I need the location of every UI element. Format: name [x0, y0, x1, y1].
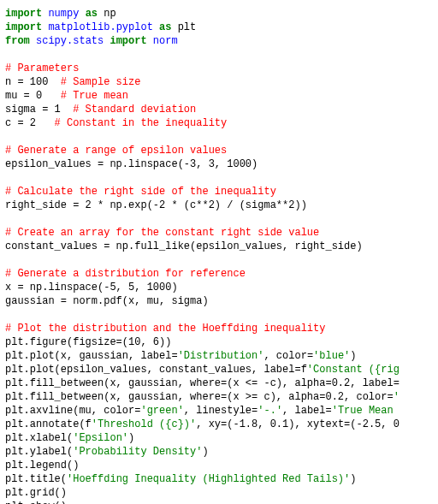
string: ' — [394, 391, 400, 403]
code-line: from scipy.stats import norm — [5, 35, 178, 47]
statement: mu = 0 — [5, 90, 61, 102]
code-line: plt.figure(figsize=(10, 6)) — [5, 336, 171, 348]
code-line: import matplotlib.pyplot as plt — [5, 21, 196, 33]
alias: np — [104, 8, 115, 20]
code-text: plt.xlabel( — [5, 432, 73, 444]
statement: n = 100 — [5, 76, 61, 88]
code-line: plt.fill_between(x, gaussian, where=(x <… — [5, 377, 400, 389]
code-text: ) — [350, 473, 356, 485]
alias: plt — [178, 21, 197, 33]
code-text: plt.fill_between(x, gaussian, where=(x >… — [5, 391, 394, 403]
code-line: constant_values = np.full_like(epsilon_v… — [5, 240, 363, 252]
code-text: plt.plot(x, gaussian, label= — [5, 350, 178, 362]
comment: # Standard deviation — [73, 104, 196, 116]
keyword-as: as — [86, 8, 98, 20]
keyword-import: import — [110, 35, 146, 47]
code-text: plt.annotate(f — [5, 418, 92, 430]
code-text: ) — [128, 432, 134, 444]
code-line: mu = 0 # True mean — [5, 90, 128, 102]
code-text: ) — [350, 350, 356, 362]
string: 'Distribution' — [178, 350, 264, 362]
code-line: n = 100 # Sample size — [5, 76, 140, 88]
string: 'blue' — [313, 350, 350, 362]
code-line: c = 2 # Constant in the inequality — [5, 117, 227, 129]
statement: c = 2 — [5, 117, 55, 129]
keyword-as: as — [159, 21, 171, 33]
code-text: plt.axvline(mu, color= — [5, 405, 140, 417]
code-text: , xy=(-1.8, 0.1), xytext=(-2.5, 0 — [196, 418, 400, 430]
code-line: plt.xlabel('Epsilon') — [5, 432, 134, 444]
code-line: plt.plot(epsilon_values, constant_values… — [5, 364, 400, 376]
code-line: epsilon_values = np.linspace(-3, 3, 1000… — [5, 158, 257, 170]
keyword-import: import — [5, 8, 42, 20]
code-line: plt.axvline(mu, color='green', linestyle… — [5, 405, 394, 417]
code-text: , color= — [263, 350, 313, 362]
code-line: gaussian = norm.pdf(x, mu, sigma) — [5, 295, 209, 307]
module-scipy: scipy.stats — [36, 35, 104, 47]
code-text: plt.fill_between(x, gaussian, where=(x <… — [5, 377, 400, 389]
comment: # True mean — [61, 90, 128, 102]
string: 'Hoeffding Inequality (Highlighted Red T… — [67, 473, 350, 485]
string: 'Threshold ({c})' — [92, 418, 196, 430]
comment: # Constant in the inequality — [55, 117, 228, 129]
string: 'Epsilon' — [73, 432, 128, 444]
comment: # Generate a range of epsilon values — [5, 145, 227, 157]
code-text: , label= — [282, 405, 332, 417]
comment: # Calculate the right side of the inequa… — [5, 186, 276, 198]
module-matplotlib: matplotlib.pyplot — [48, 21, 152, 33]
code-line: sigma = 1 # Standard deviation — [5, 104, 196, 116]
comment: # Generate a distribution for reference — [5, 268, 246, 280]
keyword-from: from — [5, 35, 30, 47]
comment: # Plot the distribution and the Hoeffdin… — [5, 323, 325, 335]
statement: sigma = 1 — [5, 104, 73, 116]
name-norm: norm — [153, 35, 178, 47]
string: 'Constant ({rig — [307, 364, 400, 376]
code-line: plt.grid() — [5, 487, 67, 499]
code-text: plt.title( — [5, 473, 67, 485]
python-code-block: import numpy as np import matplotlib.pyp… — [0, 0, 438, 504]
code-line: plt.show() — [5, 501, 67, 504]
code-line: plt.fill_between(x, gaussian, where=(x >… — [5, 391, 400, 403]
comment: # Create an array for the constant right… — [5, 227, 319, 239]
keyword-import: import — [5, 21, 42, 33]
code-line: plt.plot(x, gaussian, label='Distributio… — [5, 350, 357, 362]
string: 'green' — [140, 405, 183, 417]
string: 'True Mean — [332, 405, 394, 417]
module-numpy: numpy — [48, 8, 79, 20]
code-line: plt.title('Hoeffding Inequality (Highlig… — [5, 473, 356, 485]
string: '-.' — [257, 405, 282, 417]
comment: # Sample size — [61, 76, 141, 88]
code-text: ) — [202, 446, 208, 458]
string: 'Probability Density' — [73, 446, 202, 458]
code-text: , linestyle= — [184, 405, 257, 417]
code-line: plt.ylabel('Probability Density') — [5, 446, 209, 458]
code-line: right_side = 2 * np.exp(-2 * (c**2) / (s… — [5, 199, 307, 211]
code-line: plt.annotate(f'Threshold ({c})', xy=(-1.… — [5, 418, 400, 430]
code-line: import numpy as np — [5, 8, 116, 20]
comment: # Parameters — [5, 62, 79, 74]
code-line: plt.legend() — [5, 460, 79, 471]
code-text: plt.plot(epsilon_values, constant_values… — [5, 364, 307, 376]
code-line: x = np.linspace(-5, 5, 1000) — [5, 282, 178, 294]
code-text: plt.ylabel( — [5, 446, 73, 458]
